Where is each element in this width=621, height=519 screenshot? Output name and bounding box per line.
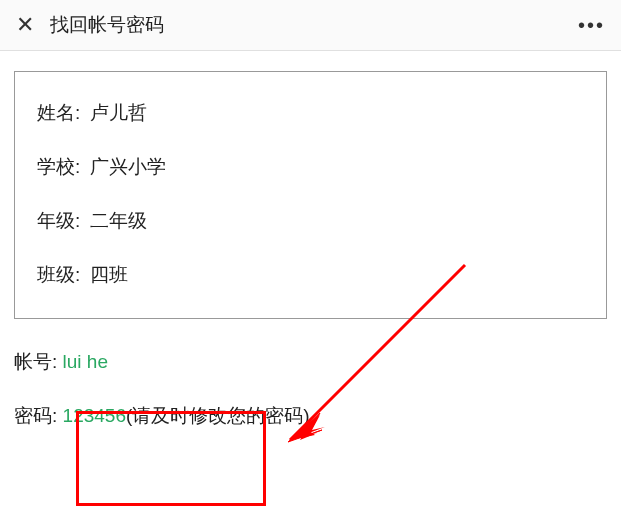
password-row: 密码: 123456(请及时修改您的密码)	[14, 403, 607, 429]
close-icon[interactable]: ✕	[16, 14, 34, 36]
page-title: 找回帐号密码	[50, 12, 578, 38]
info-box: 姓名: 卢儿哲 学校: 广兴小学 年级: 二年级 班级: 四班	[14, 71, 607, 319]
page-header: ✕ 找回帐号密码 •••	[0, 0, 621, 51]
grade-row: 年级: 二年级	[37, 208, 584, 234]
class-label: 班级:	[37, 264, 80, 285]
account-value: lui he	[63, 351, 108, 372]
class-row: 班级: 四班	[37, 262, 584, 288]
name-value: 卢儿哲	[90, 102, 147, 123]
school-row: 学校: 广兴小学	[37, 154, 584, 180]
more-icon[interactable]: •••	[578, 14, 605, 37]
school-value: 广兴小学	[90, 156, 166, 177]
credentials-area: 帐号: lui he 密码: 123456(请及时修改您的密码)	[0, 319, 621, 429]
account-row: 帐号: lui he	[14, 349, 607, 375]
school-label: 学校:	[37, 156, 80, 177]
password-hint: (请及时修改您的密码)	[126, 405, 310, 426]
grade-value: 二年级	[90, 210, 147, 231]
class-value: 四班	[90, 264, 128, 285]
password-value: 123456	[63, 405, 126, 426]
name-row: 姓名: 卢儿哲	[37, 100, 584, 126]
account-label: 帐号:	[14, 351, 57, 372]
name-label: 姓名:	[37, 102, 80, 123]
content-area: 姓名: 卢儿哲 学校: 广兴小学 年级: 二年级 班级: 四班	[0, 51, 621, 319]
password-label: 密码:	[14, 405, 57, 426]
grade-label: 年级:	[37, 210, 80, 231]
